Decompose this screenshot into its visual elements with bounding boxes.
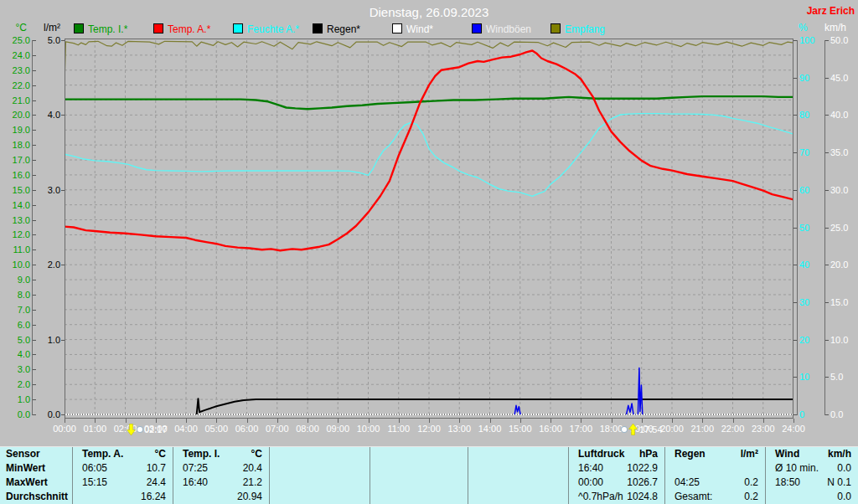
cell-value: 20.4 — [243, 461, 269, 476]
x-axis-tick — [95, 419, 96, 423]
table-col-header — [468, 447, 569, 461]
axis-tick-label: 5.0 — [5, 335, 30, 345]
legend-item-wind: Wind* — [392, 23, 433, 33]
table-col-header — [270, 447, 370, 461]
cell-time: 06:05 — [73, 461, 107, 476]
axis-tick-label: 19.0 — [5, 125, 30, 135]
axis-tick-label: 30 — [799, 297, 819, 307]
table-cell: 04:250.2 — [665, 476, 766, 490]
table-col-header: Temp. I.°C — [173, 447, 270, 461]
cell-time: ^0.7hPa/h — [569, 490, 623, 504]
cell-time: Gesamt: — [665, 490, 712, 504]
axis-tick-label: 15.0 — [5, 185, 30, 195]
cell-value: 0.0 — [837, 461, 858, 476]
legend-label: Windböen — [486, 23, 531, 35]
table-cell: 06:0510.7 — [73, 461, 173, 476]
legend-label: Feuchte A.* — [247, 23, 299, 35]
series-windb-en — [638, 368, 642, 414]
cell-value: 20.94 — [237, 490, 269, 504]
cell-value — [758, 461, 765, 476]
cell-time — [370, 461, 380, 476]
cell-value: 0.2 — [744, 490, 765, 504]
cell-value — [461, 461, 468, 476]
axis-tick-label: 15.0 — [830, 297, 855, 307]
cell-value: km/h — [828, 447, 858, 461]
temp-a-swatch-icon — [153, 23, 163, 33]
feuchte-a-swatch-icon — [233, 23, 243, 33]
legend-label: Wind* — [406, 23, 433, 35]
cell-value — [363, 461, 370, 476]
cell-value — [461, 490, 468, 504]
temp-axis-line — [32, 40, 33, 415]
legend-item-feuchte-a: Feuchte A.* — [233, 23, 299, 33]
table-cell: 07:2520.4 — [173, 461, 270, 476]
x-axis-tick — [793, 419, 794, 423]
axis-tick-label: 11.0 — [5, 244, 30, 255]
axis-tick-label: 50 — [799, 223, 819, 233]
axis-tick-label: 100 — [799, 35, 819, 45]
axis-tick-label: 60 — [799, 185, 819, 195]
cell-value: l/m² — [741, 447, 765, 461]
cell-time: Ø 10 min. — [766, 461, 819, 476]
cell-time — [468, 476, 478, 490]
regen-swatch-icon — [313, 23, 323, 33]
cell-time — [270, 447, 279, 461]
x-axis-tick — [247, 419, 248, 423]
percent-axis-line — [797, 40, 798, 415]
x-axis-tick — [156, 419, 157, 423]
table-cell: Ø 10 min.0.0 — [766, 461, 858, 476]
cell-value — [561, 476, 568, 490]
axis-tick-label: 16.0 — [5, 170, 30, 180]
x-axis-tick — [399, 419, 400, 423]
axis-tick-label: 4.0 — [37, 110, 60, 120]
unit-label-celsius: °C — [7, 22, 27, 33]
axis-tick-label: 0.0 — [37, 409, 60, 419]
table-cell: 20.94 — [173, 490, 270, 504]
windb-en-swatch-icon — [472, 23, 482, 33]
cell-time — [370, 447, 380, 461]
cell-time: 16:40 — [569, 461, 603, 476]
table-cell: 16:4021.2 — [173, 476, 270, 490]
axis-tick-label: 23.0 — [5, 65, 30, 75]
x-axis-tick — [277, 419, 278, 423]
legend-item-empfang: Empfang — [550, 23, 605, 33]
axis-tick-label: 5.0 — [37, 35, 60, 45]
x-axis-tick — [216, 419, 217, 423]
wind-swatch-icon — [392, 23, 402, 33]
page-title: Dienstag, 26.09.2023 — [0, 5, 858, 19]
table-row-label: MaxWert — [0, 476, 73, 490]
x-axis-tick — [186, 419, 187, 423]
cell-value: 1022.9 — [627, 461, 664, 476]
table-cell: 0.0 — [766, 490, 858, 504]
axis-tick-label: 18.0 — [5, 140, 30, 150]
cell-time — [73, 490, 82, 504]
cell-time — [370, 490, 380, 504]
cell-value: 10.7 — [147, 461, 173, 476]
axis-tick-label: 20 — [799, 335, 819, 345]
cell-time — [468, 461, 478, 476]
x-axis-tick — [733, 419, 734, 423]
x-axis-tick — [550, 419, 551, 423]
weather-app-window: Dienstag, 26.09.2023 Jarz Erich °C l/m² … — [0, 0, 858, 504]
axis-tick-label: 50.0 — [830, 35, 855, 45]
legend-label: Temp. I.* — [88, 23, 127, 35]
table-cell: 16:401022.9 — [569, 461, 665, 476]
table-cell — [370, 461, 468, 476]
cell-value: 16.24 — [141, 490, 173, 504]
axis-tick-label: 70 — [799, 147, 819, 157]
table-cell — [270, 490, 370, 504]
x-axis-tick — [459, 419, 460, 423]
table-col-header: Regenl/m² — [665, 447, 766, 461]
moon-icon — [137, 427, 142, 432]
cell-value: °C — [155, 447, 173, 461]
table-col-header: Temp. A.°C — [73, 447, 173, 461]
cell-value — [363, 490, 370, 504]
cell-value — [561, 490, 568, 504]
axis-tick-label: 22.0 — [5, 80, 30, 90]
chart-canvas — [65, 39, 793, 419]
axis-tick-label: 0.0 — [830, 409, 855, 419]
table-cell: 00:001026.7 — [569, 476, 665, 490]
axis-tick-label: 40 — [799, 260, 819, 270]
cell-value — [461, 476, 468, 490]
user-name: Jarz Erich — [807, 5, 855, 17]
